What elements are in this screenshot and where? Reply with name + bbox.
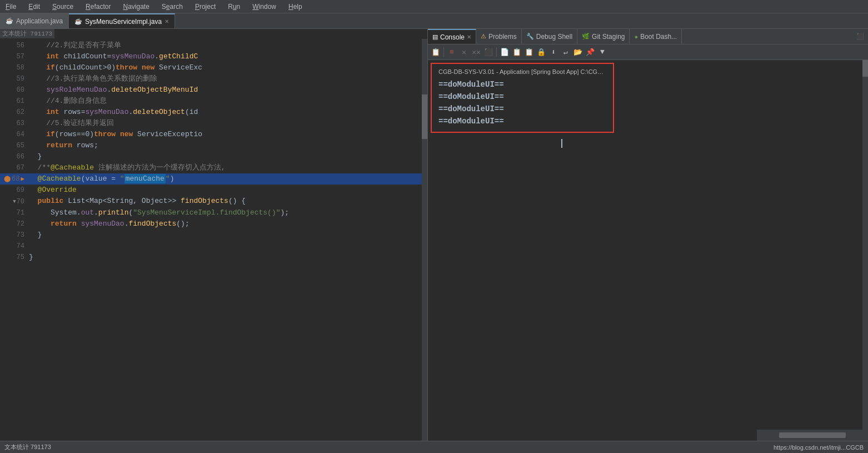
- word-wrap-btn[interactable]: ↵: [560, 47, 571, 58]
- minimize-console-btn[interactable]: ⬛: [855, 31, 866, 42]
- code-line-57: 57 int childCount=sysMenuDao.getChildC: [0, 51, 427, 62]
- boot-dash-tab-label: Boot Dash...: [640, 33, 677, 41]
- menu-navigate[interactable]: Navigate: [121, 2, 151, 11]
- code-line-59: 59 //3.执行菜单角色关系数据的删除: [0, 73, 427, 84]
- bottom-scroll-thumb[interactable]: [779, 432, 846, 438]
- paste-input-btn[interactable]: 📋: [523, 47, 535, 58]
- git-staging-tab-label: Git Staging: [592, 33, 625, 41]
- console-tab-label: Console: [440, 33, 465, 41]
- menu-file[interactable]: File: [3, 2, 18, 11]
- code-line-69: 69 @Override: [0, 185, 427, 196]
- tab-close-sysmenu[interactable]: ✕: [164, 18, 169, 24]
- code-line-56: 56 //2.判定是否有子菜单: [0, 40, 427, 51]
- code-line-64: 64 if(rows==0)throw new ServiceExceptio: [0, 129, 427, 140]
- menu-help[interactable]: Help: [286, 2, 305, 11]
- line-num-69: 69: [0, 185, 29, 196]
- line-num-68: ⬤ 68 ▶: [0, 173, 29, 185]
- problems-tab-label: Problems: [488, 33, 517, 41]
- editor-vscroll-thumb[interactable]: [422, 94, 427, 139]
- line-num-61: 61: [0, 96, 29, 107]
- panel-controls: ⬛: [855, 29, 868, 44]
- console-vscroll[interactable]: [862, 60, 868, 447]
- tab-application-java[interactable]: ☕ Application.java: [0, 13, 69, 28]
- line-content-63: //5.验证结果并返回: [29, 118, 427, 129]
- tab-console[interactable]: ▤ Console ✕: [428, 29, 476, 44]
- code-line-66: 66 }: [0, 151, 427, 162]
- line-content-72: return sysMenuDao.findObjects();: [29, 218, 427, 230]
- display-selected-btn[interactable]: 📋: [430, 47, 441, 58]
- editor-vscroll[interactable]: [422, 39, 427, 447]
- line-num-70: ▼ 70: [0, 196, 29, 207]
- code-line-70: ▼ 70 public List<Map<String, Object>> fi…: [0, 196, 427, 207]
- code-line-73: 73 }: [0, 230, 427, 241]
- line-content-71: System.out.println("SysMenuServiceImpl.f…: [29, 207, 427, 218]
- line-num-58: 58: [0, 62, 29, 73]
- code-line-60: 60 sysRoleMenuDao.deleteObjectByMenuId: [0, 84, 427, 96]
- new-console-btn[interactable]: 📄: [499, 47, 510, 58]
- line-content-56: //2.判定是否有子菜单: [29, 40, 427, 51]
- menu-source[interactable]: Source: [50, 2, 76, 11]
- popup-line-4: ==doModuleUI==: [438, 115, 606, 127]
- git-staging-icon: 🌿: [582, 33, 590, 40]
- code-line-61: 61 //4.删除自身信息: [0, 96, 427, 107]
- menu-project[interactable]: Project: [193, 2, 218, 11]
- line-content-58: if(childCount>0)throw new ServiceExc: [29, 62, 427, 73]
- scroll-end-btn[interactable]: ⬇: [548, 47, 559, 58]
- menu-edit[interactable]: Edit: [26, 2, 42, 11]
- menu-refactor[interactable]: Refactor: [83, 2, 113, 11]
- scroll-lock-btn[interactable]: 🔒: [536, 47, 547, 58]
- stop-btn[interactable]: ⬛: [483, 47, 494, 58]
- status-bar: 文本统计 791173 https://blog.csdn.net/itmji.…: [0, 441, 868, 453]
- remove-launch-btn[interactable]: ✕: [458, 47, 470, 58]
- line-content-57: int childCount=sysMenuDao.getChildC: [29, 51, 427, 62]
- line-content-65: return rows;: [29, 140, 427, 151]
- line-num-73: 73: [0, 230, 29, 241]
- console-icon: ▤: [432, 33, 438, 41]
- code-line-71: 71 System.out.println("SysMenuServiceImp…: [0, 207, 427, 218]
- popup-line-2: ==doModuleUI==: [438, 91, 606, 103]
- remove-all-terminated-btn[interactable]: ✕✕: [471, 47, 482, 58]
- view-menu-btn[interactable]: ▼: [597, 47, 608, 58]
- line-content-73: }: [29, 230, 427, 241]
- menu-search[interactable]: Search: [159, 2, 185, 11]
- tab-sysmenu-java[interactable]: ☕ SysMenuServiceImpl.java ✕: [69, 13, 175, 28]
- line-num-67: 67: [0, 162, 29, 173]
- line-num-74: 74: [0, 241, 29, 252]
- code-lines-container: 56 //2.判定是否有子菜单 57 int childCount=sysMen…: [0, 39, 427, 263]
- console-content-area[interactable]: CGB-DB-SYS-V3.01 - Application [Spring B…: [428, 60, 868, 453]
- line-content-61: //4.删除自身信息: [29, 96, 427, 107]
- code-line-63: 63 //5.验证结果并返回: [0, 118, 427, 129]
- pin-console-btn[interactable]: 📌: [585, 47, 596, 58]
- console-vscroll-thumb[interactable]: [862, 60, 868, 77]
- line-content-64: if(rows==0)throw new ServiceExceptio: [29, 129, 427, 140]
- line-num-60: 60: [0, 84, 29, 96]
- tab-boot-dash[interactable]: ● Boot Dash...: [630, 29, 682, 44]
- problems-icon: ⚠: [481, 33, 486, 40]
- line-content-59: //3.执行菜单角色关系数据的删除: [29, 73, 427, 84]
- line-num-62: 62: [0, 107, 29, 118]
- line-num-72: 72: [0, 218, 29, 230]
- tab-label-application: Application.java: [16, 17, 63, 25]
- open-console-btn[interactable]: 📂: [572, 47, 583, 58]
- code-editor[interactable]: 文本统计 791173 56 //2.判定是否有子菜单 57 int child…: [0, 29, 428, 453]
- tab-label-sysmenu: SysMenuServiceImpl.java: [85, 18, 162, 26]
- menu-window[interactable]: Window: [250, 2, 278, 11]
- code-line-62: 62 int rows=sysMenuDao.deleteObject(id: [0, 107, 427, 118]
- boot-dash-icon: ●: [634, 33, 638, 40]
- tab-git-staging[interactable]: 🌿 Git Staging: [577, 29, 630, 44]
- tab-problems[interactable]: ⚠ Problems: [476, 29, 522, 44]
- code-line-75: 75 }: [0, 252, 427, 263]
- console-tab-close[interactable]: ✕: [467, 34, 471, 40]
- tab-debug-shell[interactable]: 🔧 Debug Shell: [522, 29, 577, 44]
- popup-line-3: ==doModuleUI==: [438, 103, 606, 115]
- line-num-64: 64: [0, 129, 29, 140]
- line-num-59: 59: [0, 73, 29, 84]
- copy-output-btn[interactable]: 📋: [511, 47, 522, 58]
- terminate-btn[interactable]: ■: [446, 47, 457, 58]
- menu-run[interactable]: Run: [226, 2, 242, 11]
- code-line-74: 74: [0, 241, 427, 252]
- line-content-70: public List<Map<String, Object>> findObj…: [29, 196, 427, 207]
- line-num-71: 71: [0, 207, 29, 218]
- code-line-67: 67 /**@Cacheable 注解描述的方法为一个缓存切入点方法,: [0, 162, 427, 173]
- line-num-75: 75: [0, 252, 29, 263]
